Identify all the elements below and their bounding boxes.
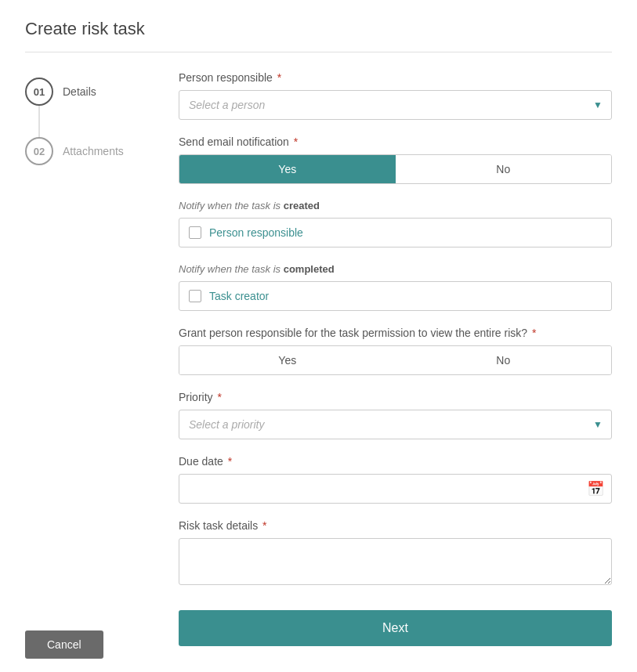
person-responsible-group: Person responsible * Select a person ▼ <box>179 71 612 120</box>
person-responsible-select-wrapper: Select a person ▼ <box>179 90 612 120</box>
person-responsible-select[interactable]: Select a person <box>179 90 612 120</box>
due-date-label: Due date * <box>179 455 612 468</box>
cancel-button[interactable]: Cancel <box>25 630 103 659</box>
notify-completed-checkbox-row: Task creator <box>179 281 612 311</box>
due-date-group: Due date * 📅 <box>179 455 612 504</box>
step-circle-details: 01 <box>25 78 53 106</box>
divider <box>25 52 612 52</box>
grant-no-button[interactable]: No <box>396 346 612 374</box>
priority-group: Priority * Select a priority ▼ <box>179 391 612 439</box>
grant-permission-group: Grant person responsible for the task pe… <box>179 327 612 375</box>
step-item-attachments: 02 Attachments <box>25 137 166 165</box>
person-responsible-label: Person responsible * <box>179 71 612 84</box>
email-notification-label: Send email notification * <box>179 135 612 148</box>
notify-created-checkbox[interactable] <box>189 226 201 239</box>
risk-task-details-textarea[interactable] <box>179 538 612 585</box>
content-row: 01 Details 02 Attachments Person respons… <box>25 71 612 646</box>
due-date-input[interactable] <box>179 474 612 504</box>
due-date-wrapper: 📅 <box>179 474 612 504</box>
step-connector <box>38 106 40 137</box>
risk-task-details-label: Risk task details * <box>179 519 612 532</box>
grant-permission-label: Grant person responsible for the task pe… <box>179 327 612 339</box>
step-label-attachments: Attachments <box>63 145 124 157</box>
form-area: Person responsible * Select a person ▼ S… <box>166 71 612 646</box>
notify-created-checkbox-row: Person responsible <box>179 218 612 247</box>
email-notification-group: Send email notification * Yes No <box>179 135 612 184</box>
step-circle-attachments: 02 <box>25 137 53 165</box>
steps-sidebar: 01 Details 02 Attachments <box>25 71 166 646</box>
next-button[interactable]: Next <box>179 610 612 646</box>
notify-created-label: Notify when the task is created <box>179 200 612 211</box>
grant-permission-toggle: Yes No <box>179 345 612 375</box>
priority-label: Priority * <box>179 391 612 403</box>
notify-completed-checkbox[interactable] <box>189 290 201 302</box>
page-title: Create risk task <box>25 19 612 39</box>
notify-created-group: Notify when the task is created Person r… <box>179 200 612 247</box>
grant-yes-button[interactable]: Yes <box>179 346 396 374</box>
priority-select[interactable]: Select a priority <box>179 410 612 439</box>
notify-created-text: Person responsible <box>209 226 303 239</box>
email-notification-toggle: Yes No <box>179 154 612 184</box>
email-no-button[interactable]: No <box>396 155 612 183</box>
risk-task-details-group: Risk task details * <box>179 519 612 588</box>
page-container: Create risk task 01 Details 02 Attachmen… <box>0 0 637 672</box>
step-item-details: 01 Details <box>25 78 166 106</box>
notify-completed-text: Task creator <box>209 290 269 302</box>
notify-completed-label: Notify when the task is completed <box>179 263 612 275</box>
priority-select-wrapper: Select a priority ▼ <box>179 410 612 439</box>
email-yes-button[interactable]: Yes <box>179 155 396 183</box>
step-label-details: Details <box>63 85 96 98</box>
notify-completed-group: Notify when the task is completed Task c… <box>179 263 612 311</box>
